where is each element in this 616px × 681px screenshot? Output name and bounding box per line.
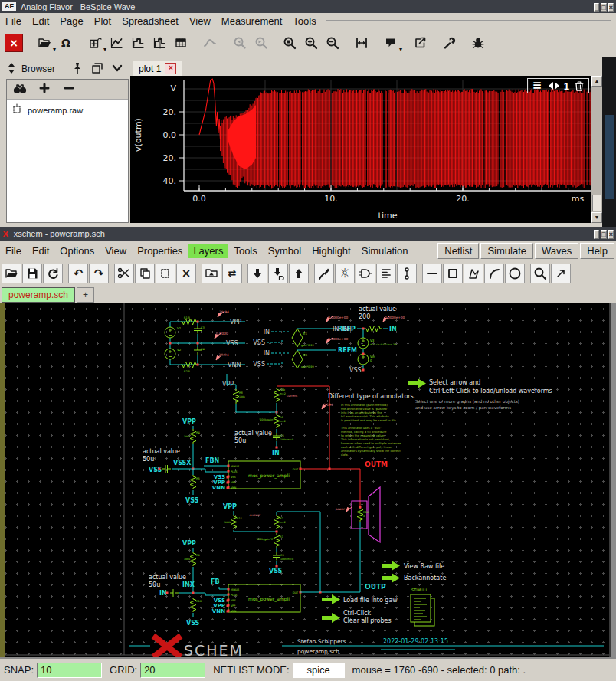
schematic-text-backannotate[interactable]: Backannotate: [404, 575, 446, 581]
undo-button[interactable]: ↶: [68, 264, 88, 283]
xschem-maximize-button[interactable]: □: [601, 230, 606, 239]
plot-fit-icon[interactable]: [547, 79, 561, 93]
resistor-symbol[interactable]: [274, 533, 280, 548]
schematic-text-different-type-of-annotators[interactable]: Different type of annotators.: [328, 393, 415, 400]
plot-line-button[interactable]: [106, 32, 127, 54]
schematic-text-outp[interactable]: OUTP: [365, 583, 386, 591]
schematic-text-power[interactable]: power: [336, 507, 346, 511]
schematic-text-vnn[interactable]: VNN: [212, 485, 225, 491]
xschem-close-button[interactable]: ×: [608, 230, 614, 239]
pin-icon[interactable]: [70, 61, 84, 77]
scroll-up-button[interactable]: ▲: [591, 76, 602, 87]
schematic-text-m-2[interactable]: m=2: [280, 521, 286, 524]
schematic-text-0-0000e-00[interactable]: 0.0000e+00: [328, 316, 348, 319]
bespice-menu-view[interactable]: View: [184, 14, 216, 28]
schematic-canvas[interactable]: 29.940.0000-29.94VPPVSSVNNV1V2C3C4R1 5R2…: [0, 303, 616, 657]
schematic-text-100k[interactable]: 100k: [184, 558, 190, 561]
schematic-text-r2[interactable]: R2: [280, 517, 283, 520]
xschem-logo-x[interactable]: [153, 636, 181, 657]
schematic-text-vpp[interactable]: VPP: [182, 418, 196, 425]
resistor-symbol[interactable]: [274, 414, 280, 428]
schematic-text-in-int[interactable]: IN_INT: [333, 326, 352, 332]
schematic-text-vss[interactable]: VSS: [269, 568, 283, 575]
cursor-count-label[interactable]: 1: [564, 80, 569, 92]
descend-symbol-button[interactable]: [268, 264, 288, 283]
schematic-text-r7[interactable]: R7: [280, 535, 283, 539]
schematic-text-clear-all-probes[interactable]: Clear all probes: [343, 617, 392, 624]
schematic-text-50u[interactable]: 50u: [234, 437, 246, 444]
schematic-svg[interactable]: 29.940.0000-29.94VPPVSSVNNV1V2C3C4R1 5R2…: [0, 303, 616, 657]
schematic-wire[interactable]: [267, 361, 282, 364]
save-button[interactable]: [22, 264, 42, 283]
schematic-text-100k-gain[interactable]: '100k/gain': [259, 418, 274, 421]
xschem-menu-help[interactable]: Help: [580, 243, 614, 259]
rect-button[interactable]: [443, 264, 463, 283]
resistor-symbol[interactable]: [274, 515, 280, 529]
schematic-text-100n-m-8[interactable]: 100n m=8: [280, 558, 293, 561]
schematic-wire[interactable]: [277, 512, 320, 515]
schematic-text-200[interactable]: 200: [359, 313, 370, 320]
schematic-text-is-persistent-and-may-be-saved[interactable]: is persistent and may be saved to file.: [341, 418, 397, 422]
bespice-menu-page[interactable]: Page: [54, 14, 88, 28]
schematic-text-vpp[interactable]: VPP: [182, 540, 196, 547]
schematic-text-ctrl-click[interactable]: Ctrl-Click: [343, 610, 372, 617]
schematic-text-current[interactable]: current: [287, 394, 298, 398]
zoom-box-button[interactable]: [530, 264, 550, 283]
source-polarity[interactable]: [169, 350, 172, 357]
schematic-text-actual-value[interactable]: actual value: [143, 448, 180, 455]
resistor-symbol[interactable]: [274, 388, 280, 402]
paste-button[interactable]: [156, 264, 175, 283]
schematic-text-0-194[interactable]: 0.194: [323, 403, 333, 407]
schematic-text-annotators-dynamically-show-th[interactable]: annotators dynamically show the correct: [341, 449, 401, 453]
remove-file-button[interactable]: [62, 81, 76, 98]
schematic-text-0-0000e-00[interactable]: 0.0000e+00: [385, 316, 405, 319]
arc-button[interactable]: [484, 264, 504, 283]
schematic-text-actual-value[interactable]: actual value: [359, 306, 396, 313]
schematic-text-r8[interactable]: R8: [239, 391, 243, 395]
schematic-text-in[interactable]: IN: [264, 329, 270, 336]
schematic-text-in[interactable]: IN: [159, 590, 167, 597]
schematic-text-m-2[interactable]: m=2: [280, 392, 286, 395]
xschem-titlebar[interactable]: X xschem - poweramp.sch _□×: [0, 227, 616, 241]
source-polarity[interactable]: [362, 339, 365, 346]
schematic-text-r11[interactable]: R11: [237, 517, 242, 520]
bespice-titlebar[interactable]: AF Analog Flavor - BeSpice Wave _□×: [0, 0, 616, 13]
xschem-menu-view[interactable]: View: [100, 244, 132, 258]
open-button[interactable]: [2, 264, 21, 283]
circle-button[interactable]: [505, 264, 525, 283]
plot-menu-icon[interactable]: ≡: [530, 79, 544, 93]
schematic-text-e1[interactable]: E1: [303, 332, 308, 336]
bespice-menu-edit[interactable]: Edit: [27, 14, 54, 28]
schematic-text-load-file-into-gaw[interactable]: Load file into gaw: [343, 597, 398, 604]
delete-button[interactable]: ×: [176, 264, 196, 283]
waveform-plot[interactable]: 20.0.0-20.-40.V0.010.20.mstimev(outm) ≡1: [130, 76, 591, 223]
symbol-mode-button[interactable]: [356, 264, 375, 283]
schematic-text-r1-5[interactable]: R1 5: [184, 316, 190, 319]
resistor-symbol[interactable]: [190, 598, 196, 612]
bespice-menu-measurement[interactable]: Measurement: [216, 14, 287, 28]
annotation-button-dropdown-icon[interactable]: ▾: [399, 46, 402, 53]
schematic-text-vss[interactable]: VSS: [226, 340, 238, 347]
updown-icon[interactable]: [5, 67, 18, 77]
zoom-previous-button[interactable]: [228, 32, 250, 54]
schematic-text-vss[interactable]: VSS: [253, 361, 265, 368]
schematic-text-29-94[interactable]: -29.94: [218, 353, 229, 357]
schematic-text-r9[interactable]: R9: [196, 554, 200, 557]
bespice-menu-file[interactable]: File: [0, 14, 27, 28]
schematic-text-vpp[interactable]: VPP: [230, 319, 241, 326]
schematic-text-0-0000e-00[interactable]: 0.0000e+00: [328, 337, 348, 341]
xschem-menu-tools[interactable]: Tools: [228, 244, 262, 258]
schematic-text-vss[interactable]: VSS: [253, 339, 265, 346]
bespice-maximize-button[interactable]: □: [601, 3, 606, 12]
resistor-symbol[interactable]: [231, 515, 237, 529]
schematic-text-29-94[interactable]: 29.94: [219, 310, 229, 314]
schematic-text-c5[interactable]: C5: [280, 434, 284, 437]
schematic-text-poweramp-sch[interactable]: poweramp.sch: [297, 648, 339, 655]
annotation-arrow-icon[interactable]: [382, 573, 400, 583]
reload-button[interactable]: [43, 264, 63, 283]
delete-plot-icon[interactable]: [572, 79, 586, 93]
schematic-text-vss[interactable]: VSS: [186, 620, 200, 627]
app-button[interactable]: ×: [5, 34, 23, 52]
netlist-view-button[interactable]: [376, 264, 396, 283]
annotation-arrow-icon[interactable]: [322, 594, 340, 604]
